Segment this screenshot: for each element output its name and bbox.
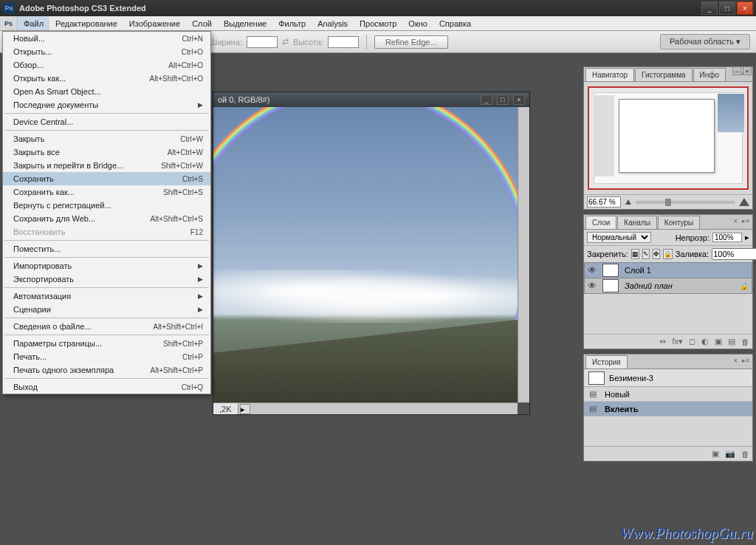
menu-help[interactable]: Справка <box>433 16 477 30</box>
menu-item[interactable]: Новый...Ctrl+N <box>3 32 210 45</box>
menu-item[interactable]: Поместить... <box>3 242 210 256</box>
menu-item[interactable]: Открыть как...Alt+Shift+Ctrl+O <box>3 72 210 85</box>
tab-navigator[interactable]: Навигатор <box>585 68 634 81</box>
menu-item[interactable]: Обзор...Alt+Ctrl+O <box>3 58 210 72</box>
history-new-doc-icon[interactable]: ▣ <box>712 449 719 459</box>
panel-menu-icon[interactable]: ▸≡ <box>742 217 749 224</box>
width-input[interactable] <box>247 36 278 48</box>
opacity-arrow-icon[interactable]: ▸ <box>745 233 749 242</box>
menu-edit[interactable]: Редактирование <box>49 16 123 30</box>
menu-item[interactable]: Экспортировать▶ <box>3 272 210 286</box>
visibility-icon[interactable]: 👁 <box>585 265 599 275</box>
lock-position-icon[interactable]: ✥ <box>653 249 660 259</box>
layer-row[interactable]: 👁Слой 1 <box>584 262 752 278</box>
fx-icon[interactable]: fx▾ <box>672 337 683 346</box>
menu-item[interactable]: Последние документы▶ <box>3 98 210 112</box>
tab-channels[interactable]: Каналы <box>617 216 657 229</box>
menu-select[interactable]: Выделение <box>218 16 272 30</box>
clouds-image <box>213 270 518 323</box>
fill-input[interactable] <box>712 248 756 260</box>
tab-close-icon[interactable]: × <box>733 357 738 365</box>
tab-history[interactable]: История <box>585 355 628 369</box>
visibility-icon[interactable]: 👁 <box>585 281 599 291</box>
opacity-input[interactable] <box>712 233 742 242</box>
tab-close-icon[interactable]: × <box>733 217 738 225</box>
menu-item[interactable]: Вернуть с регистрацией... <box>3 199 210 212</box>
tab-histogram[interactable]: Гистограмма <box>635 68 693 81</box>
tab-info[interactable]: Инфо <box>693 68 726 81</box>
menu-item[interactable]: Импортировать▶ <box>3 259 210 272</box>
workspace-button[interactable]: Рабочая область ▾ <box>660 34 750 49</box>
refine-edge-button[interactable]: Refine Edge... <box>374 35 448 49</box>
lock-pixels-icon[interactable]: ✎ <box>642 249 650 259</box>
new-layer-icon[interactable]: ▤ <box>728 337 735 346</box>
panel-menu-icon[interactable]: ▸≡ <box>742 357 749 364</box>
menu-item[interactable]: ВыходCtrl+Q <box>3 380 210 394</box>
menu-analysis[interactable]: Analysis <box>312 16 354 30</box>
menu-item[interactable]: Печать одного экземпляраAlt+Shift+Ctrl+P <box>3 363 210 377</box>
navigator-zoom-input[interactable] <box>587 196 621 208</box>
menu-item[interactable]: Open As Smart Object... <box>3 85 210 98</box>
menu-item[interactable]: Device Central... <box>3 115 210 128</box>
adjustment-icon[interactable]: ◐ <box>701 337 709 346</box>
menu-item[interactable]: Сохранить как...Shift+Ctrl+S <box>3 185 210 199</box>
navigator-thumbnail[interactable] <box>588 86 749 190</box>
zoom-out-icon[interactable] <box>625 199 631 205</box>
menu-item[interactable]: Сохранить для Web...Alt+Shift+Ctrl+S <box>3 212 210 225</box>
history-row[interactable]: ▤Вклеить <box>584 402 752 417</box>
vertical-scrollbar[interactable] <box>518 107 529 402</box>
swap-icon: ⇄ <box>282 37 289 47</box>
menu-file[interactable]: Файл <box>18 16 49 30</box>
menu-item[interactable]: Закрыть и перейти в Bridge...Shift+Ctrl+… <box>3 159 210 172</box>
menu-item[interactable]: Печать...Ctrl+P <box>3 350 210 363</box>
doc-maximize-button[interactable]: □ <box>497 95 509 105</box>
group-icon[interactable]: ▣ <box>715 337 722 346</box>
panels-dock: –× Навигатор × Гистограмма Инфо ▸≡ <box>583 66 753 466</box>
delete-layer-icon[interactable]: 🗑 <box>741 337 749 346</box>
menu-item[interactable]: ЗакрытьCtrl+W <box>3 132 210 145</box>
menu-item[interactable]: Открыть...Ctrl+O <box>3 45 210 58</box>
menu-item[interactable]: СохранитьCtrl+S <box>3 172 210 185</box>
zoom-in-icon[interactable] <box>739 198 749 206</box>
lock-all-icon[interactable]: 🔒 <box>663 249 673 259</box>
height-input[interactable] <box>328 36 359 48</box>
history-list: ▤Новый▤Вклеить <box>584 387 752 417</box>
fill-label: Заливка: <box>676 250 709 258</box>
doc-close-button[interactable]: × <box>513 95 525 105</box>
maximize-button[interactable]: □ <box>719 1 735 15</box>
history-delete-icon[interactable]: 🗑 <box>741 450 749 459</box>
watermark: Www.PhotoshopGu.ru <box>620 525 753 542</box>
menu-item[interactable]: Сценарии▶ <box>3 303 210 316</box>
minimize-button[interactable]: _ <box>701 1 718 15</box>
menu-item[interactable]: ВосстановитьF12 <box>3 225 210 239</box>
document-titlebar[interactable]: ой 0, RGB/8#) _ □ × <box>213 92 529 107</box>
menu-item[interactable]: Сведения о файле...Alt+Shift+Ctrl+I <box>3 320 210 333</box>
menu-item[interactable]: Автоматизация▶ <box>3 289 210 303</box>
tab-layers[interactable]: Слои <box>585 216 616 229</box>
document-canvas[interactable] <box>213 107 518 402</box>
mask-icon[interactable]: ◻ <box>689 337 695 346</box>
horizontal-scrollbar[interactable]: ,2K ▸ <box>213 402 518 414</box>
menu-layer[interactable]: Слой <box>186 16 218 30</box>
history-snapshot-icon[interactable]: 📷 <box>725 449 735 459</box>
doc-minimize-button[interactable]: _ <box>481 95 492 105</box>
close-button[interactable]: × <box>737 1 753 15</box>
menu-image[interactable]: Изображение <box>123 16 186 30</box>
tab-paths[interactable]: Контуры <box>658 216 700 229</box>
menu-view[interactable]: Просмотр <box>354 16 402 30</box>
link-layers-icon[interactable]: ⇔ <box>659 337 666 346</box>
blend-mode-select[interactable]: Нормальный <box>587 232 651 243</box>
menu-window[interactable]: Окно <box>402 16 433 30</box>
panel-minimize-icon[interactable]: – <box>732 66 741 75</box>
panel-close-icon[interactable]: × <box>743 66 752 75</box>
navigator-panel: –× Навигатор × Гистограмма Инфо ▸≡ <box>583 66 753 210</box>
scroll-right-icon[interactable]: ▸ <box>240 404 250 414</box>
menu-item[interactable]: Параметры страницы...Shift+Ctrl+P <box>3 337 210 350</box>
history-row[interactable]: ▤Новый <box>584 387 752 402</box>
menu-filter[interactable]: Фильтр <box>272 16 312 30</box>
menu-item[interactable]: Закрыть всеAlt+Ctrl+W <box>3 145 210 159</box>
history-snapshot[interactable]: Безимени-3 <box>584 369 752 387</box>
lock-transparent-icon[interactable]: ▦ <box>631 249 639 259</box>
layer-row[interactable]: 👁Задний план🔒 <box>584 278 752 294</box>
zoom-slider[interactable] <box>636 201 735 204</box>
